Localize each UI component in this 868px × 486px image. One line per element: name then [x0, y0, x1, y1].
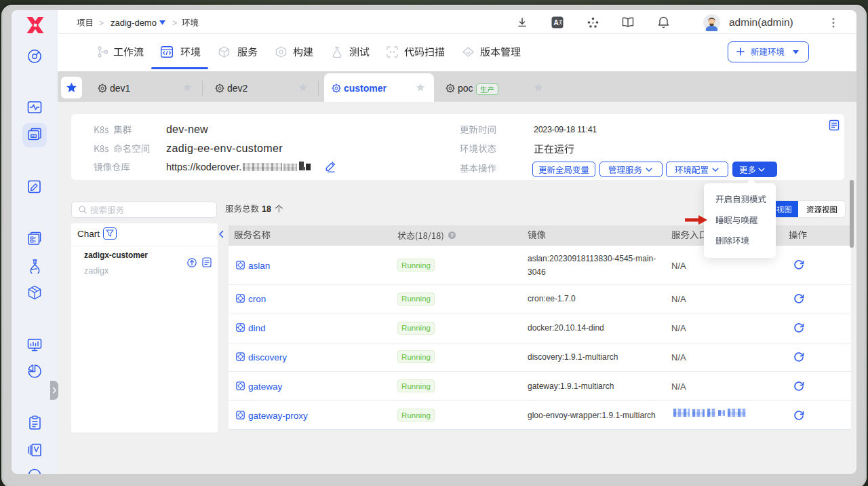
svg-text:PM: PM: [31, 134, 36, 138]
svg-text:A: A: [553, 19, 558, 26]
svg-text:?: ?: [450, 232, 454, 238]
